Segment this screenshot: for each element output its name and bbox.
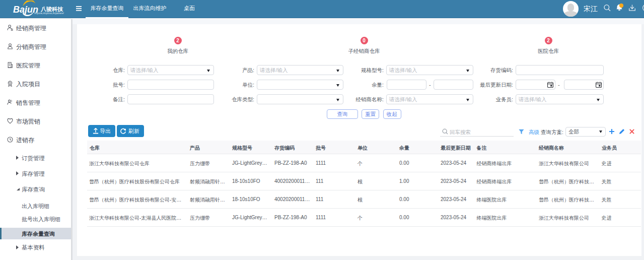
svg-text:八骏科技: 八骏科技: [40, 6, 63, 12]
svg-text:Anyone,Anytime,Anywhere!: Anyone,Anytime,Anywhere!: [34, 12, 64, 15]
